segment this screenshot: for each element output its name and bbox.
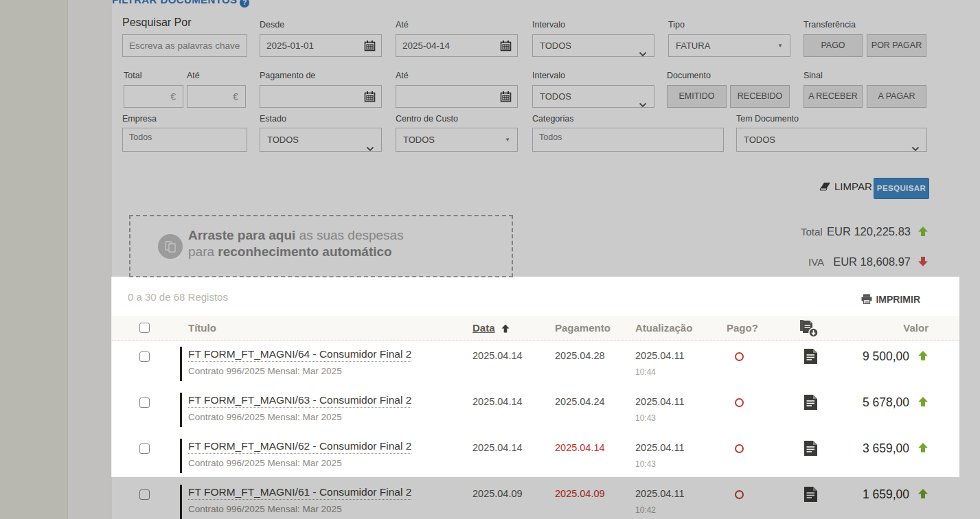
total-to-input[interactable] (187, 85, 246, 108)
total-label: Total (124, 71, 141, 80)
table-row: FT FORM_FT_MAGNI/62 - Consumidor Final 2… (112, 433, 959, 479)
toggle-pago[interactable]: PAGO (804, 34, 863, 57)
intervalo2-select[interactable]: TODOS (532, 85, 654, 108)
payment-date: 2025.04.14 (555, 442, 605, 453)
header-data-sort[interactable]: Data (472, 322, 495, 334)
tipo-label: Tipo (668, 20, 685, 30)
document-icon[interactable] (804, 486, 818, 505)
triangle-down-icon: ▼ (505, 128, 510, 151)
results-table: 0 a 30 de 68 Registos IMPRIMIR Título Da… (112, 277, 959, 519)
sort-asc-icon (501, 323, 510, 336)
row-checkbox[interactable] (139, 397, 150, 408)
table-header: Título Data Pagamento Atualização Pago? … (112, 316, 959, 341)
doc-date: 2025.04.09 (472, 488, 523, 499)
search-input[interactable] (122, 34, 247, 57)
intervalo1-select[interactable]: TODOS (532, 34, 654, 57)
toggle-por-pagar[interactable]: POR PAGAR (867, 34, 926, 57)
empresa-input[interactable]: Todos (122, 128, 247, 152)
eraser-icon (819, 182, 832, 194)
row-checkbox[interactable] (139, 351, 150, 362)
transferencia-label: Transferência (804, 20, 856, 30)
limpar-button[interactable]: LIMPAR (819, 181, 872, 194)
dropzone-text: Arraste para aqui as suas despesas para … (188, 227, 404, 260)
dropzone-bold2: reconhecimento automático (218, 244, 391, 259)
document-title-link[interactable]: FT FORM_FT_MAGNI/63 - Consumidor Final 2 (188, 394, 411, 408)
document-subtitle: Contrato 996/2025 Mensal: Mar 2025 (188, 366, 342, 376)
toggle-a-receber[interactable]: A RECEBER (804, 85, 863, 108)
document-title-link[interactable]: FT FORM_FT_MAGNI/61 - Consumidor Final 2 (188, 486, 411, 500)
tipo-select[interactable]: FATURA ▼ (668, 34, 790, 57)
desde-label: Desde (260, 20, 284, 30)
update-time: 10:44 (635, 367, 656, 377)
sinal-label: Sinal (804, 71, 823, 80)
imprimir-label: IMPRIMIR (876, 294, 920, 305)
total-input[interactable] (124, 85, 183, 108)
intervalo1-value: TODOS (540, 41, 571, 51)
imprimir-button[interactable]: IMPRIMIR (861, 294, 920, 306)
tem-documento-value: TODOS (744, 135, 775, 145)
tem-documento-select[interactable]: TODOS (736, 128, 927, 152)
amount-up-arrow-icon (918, 488, 928, 502)
dropzone-pre2: para (188, 244, 218, 259)
intervalo1-label: Intervalo (532, 20, 565, 30)
limpar-label: LIMPAR (834, 181, 872, 192)
update-date: 2025.04.11 (635, 350, 685, 361)
doc-date: 2025.04.14 (472, 442, 523, 453)
help-icon[interactable]: ? (240, 0, 249, 8)
chevron-down-icon (911, 137, 920, 160)
select-all-checkbox[interactable] (139, 323, 150, 333)
chevron-down-icon (639, 94, 647, 115)
centro-custo-value: TODOS (403, 135, 435, 145)
estado-select[interactable]: TODOS (260, 128, 382, 152)
update-date: 2025.04.11 (635, 396, 685, 407)
amount-value: 3 659,00 (863, 441, 909, 456)
toggle-emitido[interactable]: EMITIDO (667, 85, 727, 108)
filter-title-label: FILTRAR DOCUMENTOS (112, 0, 237, 5)
categorias-input[interactable]: Todos (532, 128, 724, 152)
estado-value: TODOS (267, 135, 299, 145)
document-title-link[interactable]: FT FORM_FT_MAGNI/62 - Consumidor Final 2 (188, 440, 411, 454)
summary-iva-value: EUR 18,608.97 (753, 255, 911, 268)
row-accent-bar (180, 439, 182, 473)
document-icon[interactable] (804, 348, 818, 367)
tem-documento-label: Tem Documento (736, 114, 799, 124)
intervalo2-label: Intervalo (532, 71, 565, 80)
categorias-label: Categorias (532, 114, 573, 124)
document-icon[interactable] (804, 394, 818, 413)
update-time: 10:43 (635, 413, 656, 423)
total-up-arrow-icon (918, 226, 928, 240)
dropzone-bold1: Arraste para aqui (188, 228, 295, 242)
update-date: 2025.04.11 (635, 442, 685, 453)
toggle-a-pagar[interactable]: A PAGAR (867, 85, 926, 108)
iva-down-arrow-icon (918, 256, 928, 270)
left-sidebar (0, 0, 68, 519)
document-title-link[interactable]: FT FORM_FT_MAGNI/64 - Consumidor Final 2 (188, 348, 411, 362)
centro-custo-label: Centro de Custo (396, 114, 458, 124)
unpaid-status-icon[interactable] (735, 490, 744, 499)
row-accent-bar (180, 393, 182, 427)
chevron-down-icon (639, 43, 647, 65)
row-checkbox[interactable] (139, 489, 150, 500)
unpaid-status-icon[interactable] (735, 352, 744, 361)
filter-section-title[interactable]: FILTRAR DOCUMENTOS? (112, 0, 249, 8)
document-subtitle: Contrato 996/2025 Mensal: Mar 2025 (188, 458, 342, 468)
table-row: FT FORM_FT_MAGNI/61 - Consumidor Final 2… (112, 479, 959, 519)
amount-value: 1 659,00 (863, 487, 909, 502)
amount-value: 9 500,00 (863, 349, 909, 364)
documento-label: Documento (667, 71, 711, 80)
centro-custo-select[interactable]: TODOS ▼ (396, 128, 518, 152)
dropzone[interactable]: Arraste para aqui as suas despesas para … (129, 215, 513, 277)
header-pago: Pago? (727, 322, 758, 334)
row-checkbox[interactable] (139, 443, 150, 454)
intervalo2-value: TODOS (540, 91, 571, 102)
pesquisar-label: Pesquisar Por (122, 16, 192, 29)
app-canvas: FILTRAR DOCUMENTOS? Pesquisar Por Desde … (0, 0, 980, 519)
document-icon[interactable] (804, 440, 818, 459)
pesquisar-button[interactable]: PESQUISAR (874, 178, 929, 199)
dropzone-rest1: as suas despesas (295, 228, 403, 242)
unpaid-status-icon[interactable] (735, 398, 744, 407)
unpaid-status-icon[interactable] (735, 444, 744, 453)
toggle-recebido[interactable]: RECEBIDO (730, 85, 790, 108)
summary-total-value: EUR 120,225.83 (753, 225, 911, 238)
amount-up-arrow-icon (918, 442, 928, 456)
